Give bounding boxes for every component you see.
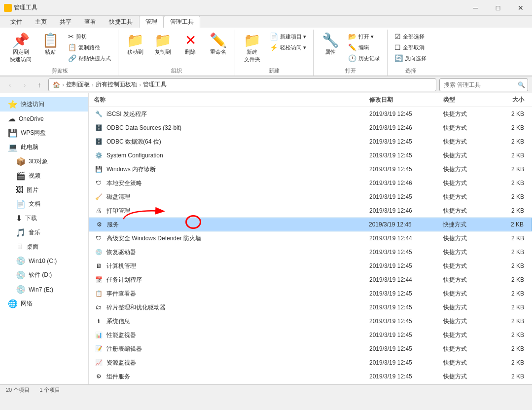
delete-button[interactable]: ✕ 删除 (177, 32, 203, 58)
table-row[interactable]: 🧹磁盘清理2019/3/19 12:45快捷方式2 KB (89, 190, 532, 204)
file-date: 2019/3/19 12:45 (369, 345, 443, 352)
table-row[interactable]: 📅任务计划程序2019/3/19 12:44快捷方式2 KB (89, 273, 532, 287)
table-row[interactable]: ⚙组件服务2019/3/19 12:45快捷方式2 KB (89, 370, 532, 383)
history-button[interactable]: 🕐 历史记录 (345, 53, 383, 63)
sidebar-item-desktop[interactable]: 🖥 桌面 (0, 240, 88, 254)
paste-button[interactable]: 📋 粘贴 (37, 32, 63, 58)
up-button[interactable]: ↑ (34, 79, 45, 91)
picture-label: 图片 (27, 186, 38, 194)
copyto-button[interactable]: 📁 复制到 (150, 32, 176, 58)
new-small-col: 📄 新建项目 ▾ ⚡ 轻松访问 ▾ (267, 32, 309, 52)
open-button[interactable]: 📂 打开 ▾ (345, 32, 383, 41)
table-row[interactable]: 📋事件查看器2019/3/19 12:45快捷方式2 KB (89, 287, 532, 300)
newitem-button[interactable]: 📄 新建项目 ▾ (267, 32, 309, 41)
sidebar-item-picture[interactable]: 🖼 图片 (0, 183, 88, 197)
minimize-button[interactable]: ─ (464, 0, 487, 16)
network-icon: 🌐 (8, 299, 18, 308)
file-name: Windows 内存诊断 (106, 165, 369, 174)
history-label: 历史记录 (358, 55, 380, 62)
table-row[interactable]: 🖨打印管理2019/3/19 12:46快捷方式2 KB (89, 204, 532, 218)
sidebar-item-docs[interactable]: 📄 文档 (0, 197, 88, 211)
sidebar-item-softd[interactable]: 💿 软件 (D:) (0, 268, 88, 282)
properties-button[interactable]: 🔧 属性 (318, 32, 343, 58)
table-row[interactable]: ℹ系统信息2019/3/19 12:45快捷方式2 KB (89, 314, 532, 328)
forward-button[interactable]: › (19, 79, 31, 91)
pin-button[interactable]: 📌 固定到快速访问 (6, 32, 35, 65)
table-row[interactable]: 📊性能监视器2019/3/19 12:45快捷方式2 KB (89, 328, 532, 342)
table-row[interactable]: 💿恢复驱动器2019/3/19 12:45快捷方式2 KB (89, 245, 532, 259)
address-path[interactable]: 🏠 › 控制面板 › 所有控制面板项 › 管理工具 (48, 78, 436, 91)
tab-view[interactable]: 查看 (78, 16, 103, 28)
table-row[interactable]: 🗄️ODBC 数据源(64 位)2019/3/19 12:45快捷方式2 KB (89, 135, 532, 149)
sidebar-item-wps[interactable]: 💾 WPS网盘 (0, 126, 88, 140)
sidebar-item-onedrive[interactable]: ☁ OneDrive (0, 112, 88, 126)
table-row[interactable]: 📈资源监视器2019/3/19 12:45快捷方式2 KB (89, 356, 532, 370)
sidebar-item-thispc[interactable]: 💻 此电脑 (0, 140, 88, 154)
cut-button[interactable]: ✂ 剪切 (65, 32, 114, 41)
selectall-label: 全部选择 (403, 33, 425, 40)
selectall-button[interactable]: ☑ 全部选择 (391, 32, 429, 41)
edit-button[interactable]: ✏️ 编辑 (345, 42, 383, 52)
sidebar-item-wine[interactable]: 💿 Win7 (E:) (0, 282, 88, 297)
sidebar-item-quickaccess[interactable]: ⭐ 快速访问 (0, 97, 88, 112)
properties-icon: 🔧 (322, 34, 339, 47)
easyaccess-button[interactable]: ⚡ 轻松访问 ▾ (267, 42, 309, 52)
copypath-button[interactable]: 📋 复制路径 (65, 42, 114, 52)
moveto-button[interactable]: 📁 移动到 (122, 32, 148, 58)
tab-manage[interactable]: 管理 (139, 16, 164, 28)
table-row[interactable]: 🗂碎片整理和优化驱动器2019/3/19 12:45快捷方式2 KB (89, 300, 532, 314)
rename-button[interactable]: ✏️ 重命名 (205, 32, 231, 58)
table-row[interactable]: 🛡高级安全 Windows Defender 防火墙2019/3/19 12:4… (89, 231, 532, 245)
newitem-icon: 📄 (270, 33, 278, 40)
file-icon: ⚙️ (94, 150, 104, 160)
table-row[interactable]: 💾Windows 内存诊断2019/3/19 12:45快捷方式2 KB (89, 162, 532, 176)
tab-home[interactable]: 主页 (29, 16, 53, 28)
file-name: 性能监视器 (106, 331, 369, 339)
copypath-label: 复制路径 (78, 44, 100, 51)
table-row[interactable]: 🛡本地安全策略2019/3/19 12:46快捷方式2 KB (89, 176, 532, 190)
title-bar-title: 管理工具 (14, 3, 37, 12)
file-icon: 🗄️ (94, 137, 104, 147)
invertselect-button[interactable]: 🔄 反向选择 (391, 53, 429, 63)
onedrive-icon: ☁ (8, 114, 16, 123)
maximize-button[interactable]: □ (487, 0, 509, 16)
table-row[interactable]: 🖥计算机管理2019/3/19 12:45快捷方式2 KB (89, 259, 532, 273)
file-name: 高级安全 Windows Defender 防火墙 (106, 234, 369, 243)
table-row[interactable]: ⚙服务2019/3/19 12:45快捷方式2 KB (89, 218, 532, 231)
sidebar-item-winc[interactable]: 💿 Win10 (C:) (0, 254, 88, 268)
wps-icon: 💾 (8, 128, 18, 138)
tab-share[interactable]: 共享 (53, 16, 78, 28)
col-size[interactable]: 大小 (493, 96, 532, 104)
tab-file[interactable]: 文件 (4, 16, 29, 28)
table-row[interactable]: 🔧iSCSI 发起程序2019/3/19 12:45快捷方式2 KB (89, 107, 532, 121)
breadcrumb: 🏠 › 控制面板 › 所有控制面板项 › 管理工具 (53, 80, 167, 89)
close-button[interactable]: ✕ (509, 0, 532, 16)
tab-admintools[interactable]: 管理工具 (164, 16, 200, 28)
table-row[interactable]: 📝注册表编辑器2019/3/19 12:45快捷方式2 KB (89, 342, 532, 356)
newfolder-button[interactable]: 📁 新建文件夹 (239, 32, 265, 65)
tab-quicktools[interactable]: 快捷工具 (103, 16, 139, 28)
col-date[interactable]: 修改日期 (369, 96, 443, 104)
table-row[interactable]: ⚙️System Configuration2019/3/19 12:45快捷方… (89, 149, 532, 162)
col-type[interactable]: 类型 (443, 96, 493, 104)
sidebar-item-music[interactable]: 🎵 音乐 (0, 225, 88, 240)
table-row[interactable]: 🗄️ODBC Data Sources (32-bit)2019/3/19 12… (89, 121, 532, 135)
search-input[interactable] (439, 78, 528, 91)
sidebar-item-video[interactable]: 🎬 视频 (0, 169, 88, 183)
paste-icon: 📋 (42, 34, 59, 47)
file-size: 2 KB (493, 138, 532, 145)
moveto-icon: 📁 (127, 34, 144, 47)
sidebar-item-3d[interactable]: 📦 3D对象 (0, 154, 88, 169)
col-name[interactable]: 名称 (94, 96, 369, 104)
easyaccess-label: 轻松访问 ▾ (280, 44, 306, 51)
back-button[interactable]: ‹ (4, 79, 16, 91)
file-list-header: 名称 修改日期 类型 大小 (89, 93, 532, 107)
sidebar-item-network[interactable]: 🌐 网络 (0, 297, 88, 311)
sidebar-item-download[interactable]: ⬇ 下载 (0, 211, 88, 225)
file-date: 2019/3/19 12:45 (369, 373, 443, 380)
file-size: 2 KB (493, 124, 532, 131)
file-icon: 🛡 (94, 233, 104, 243)
selectnone-button[interactable]: ☐ 全部取消 (391, 42, 429, 52)
music-label: 音乐 (29, 228, 40, 237)
pasteshortcut-button[interactable]: 🔗 粘贴快捷方式 (65, 53, 114, 63)
